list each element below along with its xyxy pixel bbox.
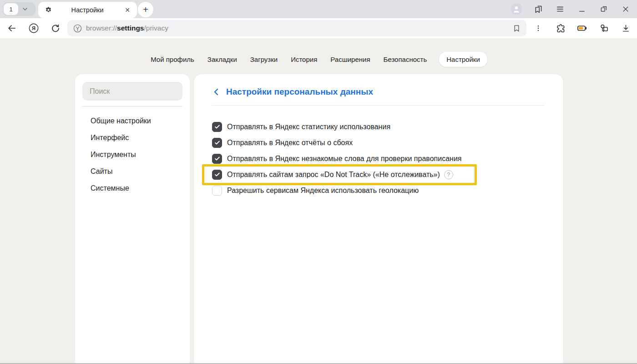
nav-tab-security[interactable]: Безопасность [383,52,428,67]
checkbox-list: Отправлять в Яндекс статистику использов… [194,119,563,198]
checkbox-row[interactable]: Отправлять в Яндекс статистику использов… [194,119,563,135]
search-input[interactable] [82,82,182,101]
toolbar-right [533,18,631,38]
browser-tab[interactable]: Настройки ✕ [38,2,137,18]
url-host: settings [117,24,144,32]
nav-tab-profile[interactable]: Мой профиль [150,52,195,67]
checkbox[interactable] [212,154,222,164]
downloads-icon[interactable] [620,23,631,34]
menu-icon[interactable] [555,4,566,15]
checkbox[interactable] [212,186,222,196]
tab-group-control[interactable]: 1 [3,2,35,16]
gear-icon [45,6,52,14]
nav-tab-bookmarks[interactable]: Закладки [207,52,238,67]
url-text[interactable]: browser://settings/privacy [86,24,512,32]
checkbox[interactable] [212,138,222,148]
settings-main-panel: Настройки персональных данных Отправлять… [194,74,563,364]
sidebar-items: Общие настройки Интерфейс Инструменты Са… [91,112,151,197]
checkbox-row[interactable]: Разрешить сервисам Яндекса использовать … [194,182,563,198]
battery-icon[interactable] [576,23,587,34]
header-divider [212,105,544,106]
sidebar-item-tools[interactable]: Инструменты [91,146,136,163]
sidebar-item-interface[interactable]: Интерфейс [91,129,129,146]
checkbox-label: Отправлять в Яндекс статистику использов… [227,123,390,131]
close-window-icon[interactable] [620,4,631,15]
close-icon: ✕ [125,6,130,14]
nav-tab-settings[interactable]: Настройки [439,52,487,67]
nav-tab-history[interactable]: История [290,52,318,67]
sidebar-item-general[interactable]: Общие настройки [91,112,151,129]
new-tab-button[interactable]: + [138,2,153,17]
url-scheme: browser:// [86,24,117,32]
checkbox-label: Отправлять в Яндекс отчёты о сбоях [227,139,353,147]
yandex-logo-button[interactable]: Я [28,23,39,34]
page-title: Настройки персональных данных [226,87,373,97]
checkbox-row[interactable]: Отправлять сайтам запрос «Do Not Track» … [194,167,563,182]
checkbox-label: Разрешить сервисам Яндекса использовать … [227,187,419,195]
tab-close-button[interactable]: ✕ [122,5,132,15]
sidebar-item-system[interactable]: Системные [91,180,129,197]
checkbox-row[interactable]: Отправлять в Яндекс отчёты о сбоях ? [194,135,563,151]
tab-title: Настройки [52,6,122,14]
profile-avatar-button[interactable] [511,4,522,15]
checkbox-row[interactable]: Отправлять в Яндекс незнакомые слова для… [194,151,563,167]
help-icon[interactable]: ? [444,170,453,179]
address-bar[interactable]: browser://settings/privacy [67,20,526,36]
browser-window: 1 Настройки ✕ + [0,0,637,364]
titlebar: 1 Настройки ✕ + [0,0,637,18]
sidebar-divider [82,106,182,106]
checkbox[interactable] [212,170,222,180]
protect-icon[interactable] [73,24,82,33]
restore-icon[interactable] [598,4,609,15]
titlebar-controls [511,0,631,18]
bookmark-icon[interactable] [512,24,521,33]
settings-page: Мой профиль Закладки Загрузки История Ра… [0,38,637,364]
nav-tab-extensions[interactable]: Расширения [329,52,371,67]
side-panels-icon[interactable] [533,4,544,15]
sidebar-item-sites[interactable]: Сайты [91,163,112,180]
checkbox-label: Отправлять в Яндекс незнакомые слова для… [227,155,461,163]
tab-count-badge[interactable]: 1 [4,3,18,15]
yandex-letter: Я [32,25,35,31]
url-path: /privacy [144,24,168,32]
more-options-icon[interactable] [533,23,544,34]
avatar [511,3,522,15]
settings-nav: Мой профиль Закладки Загрузки История Ра… [0,52,637,67]
passwords-icon[interactable] [598,23,609,34]
extensions-icon[interactable] [555,23,566,34]
back-icon[interactable] [6,23,17,34]
nav-tab-downloads[interactable]: Загрузки [249,52,278,67]
plus-icon: + [143,5,148,15]
settings-sidebar: Общие настройки Интерфейс Инструменты Са… [75,74,190,364]
reload-icon[interactable] [50,23,61,34]
toolbar: Я browser://settings/privacy [0,18,637,38]
minimize-icon[interactable] [576,4,587,15]
chevron-down-icon[interactable] [22,6,28,12]
checkbox[interactable] [212,122,222,132]
back-chevron-icon[interactable] [211,86,222,97]
checkbox-label: Отправлять сайтам запрос «Do Not Track» … [227,171,440,179]
